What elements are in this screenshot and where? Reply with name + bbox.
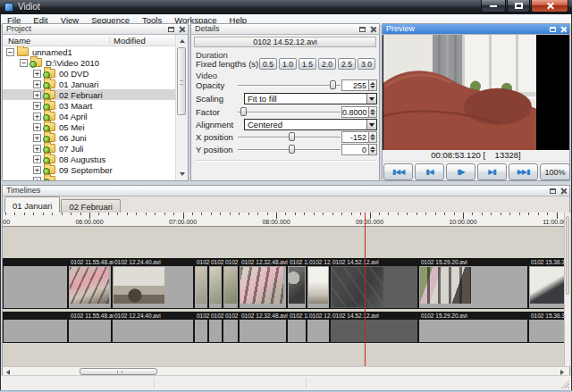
maximize-button[interactable] [507,0,530,13]
scrollbar-thumb[interactable] [80,368,157,375]
zoom-level-button[interactable]: 100% [540,163,570,180]
expand-icon[interactable]: + [33,145,41,153]
x-position-value[interactable]: -152 [341,131,369,143]
slider-thumb[interactable] [240,107,247,116]
video-clip-0102-12-40[interactable] [307,266,329,308]
audio-clip-empty[interactable] [4,320,67,342]
video-clip-0102-15-36-34-avi[interactable] [529,266,564,308]
opacity-spinner[interactable] [369,79,377,91]
play-button[interactable]: ▮▶ [446,163,475,180]
tree-item-d-video-2010[interactable]: −D:\Video 2010 [3,57,176,68]
timeline-ruler[interactable]: 05:00.00006:00.00007:00.00008:00.00009:0… [3,213,564,227]
column-modified[interactable]: Modified [114,36,146,46]
fixed-length-3-0-button[interactable]: 3.0 [358,58,375,70]
scroll-down-icon[interactable] [180,172,185,176]
close-button[interactable] [531,0,568,13]
tree-item-06-juni[interactable]: +06 Juni [3,132,176,143]
close-panel-icon[interactable] [560,188,567,195]
expand-icon[interactable]: + [33,134,41,142]
go-to-end-button[interactable]: ▶▶▮ [509,163,538,180]
expand-icon[interactable]: + [33,91,41,99]
tree-item-02-februari[interactable]: +02 Februari [3,89,176,100]
fixed-length-2-0-button[interactable]: 2.0 [318,58,336,70]
video-clip-0102[interactable] [195,266,207,308]
slider-thumb[interactable] [330,80,336,89]
timeline-tab-02-februari[interactable]: 02 Februari [61,199,121,213]
audio-clip-0102-14-52-12-avi[interactable] [331,320,417,342]
scroll-up-icon[interactable] [180,39,185,43]
factor-value[interactable]: 0.8000 [341,106,369,118]
next-frame-button[interactable]: ▶▮ [477,163,507,180]
fixed-length-1-5-button[interactable]: 1.5 [299,58,316,70]
tree-item-unnamed1[interactable]: −unnamed1 [3,46,176,57]
tree-item-01-januari[interactable]: +01 Januari [3,79,176,89]
fixed-length-0-5-button[interactable]: 0.5 [259,58,277,70]
tree-item-08-augustus[interactable]: +08 Augustus [3,154,176,164]
video-clip-0102-15-29-20-avi[interactable] [419,266,527,308]
timelines-panel-header[interactable]: Timelines [3,186,569,196]
tree-column-header[interactable]: Name Modified [3,35,176,46]
scaling-dropdown[interactable]: Fit to fill [244,93,377,104]
fixed-length-2-5-button[interactable]: 2.5 [338,58,356,70]
float-panel-icon[interactable] [359,27,366,32]
opacity-slider[interactable] [238,79,341,91]
close-panel-icon[interactable] [179,26,185,33]
tree-item-07-juli[interactable]: +07 Juli [3,143,176,154]
video-clip-0102-12-24-40-avi[interactable] [113,266,193,308]
tree-item-09-september[interactable]: +09 September [3,164,176,175]
close-panel-icon[interactable] [370,26,376,33]
audio-clip-0102-12-24-40-avi[interactable] [113,320,193,342]
scrollbar-thumb[interactable] [566,216,569,295]
float-panel-icon[interactable] [550,27,556,32]
audio-clip-0102[interactable] [223,320,238,342]
audio-clip-0102[interactable] [209,320,222,342]
column-name[interactable]: Name [8,36,30,46]
video-clip-0102[interactable] [209,266,222,308]
expand-icon[interactable]: + [33,166,41,174]
close-panel-icon[interactable] [560,26,567,33]
audio-track[interactable]: 0102 11.55.48.avi0102 12.24.40.avi010201… [3,312,564,343]
float-panel-icon[interactable] [168,27,174,32]
audio-clip-0102-12[interactable] [288,320,306,342]
minimize-button[interactable] [481,0,506,13]
timeline-vertical-scrollbar[interactable] [564,213,570,366]
tree-item-05-mei[interactable]: +05 Mei [3,121,176,132]
previous-frame-button[interactable]: ▮◀ [415,163,444,180]
video-clip-empty[interactable] [4,266,67,308]
project-scrollbar[interactable] [175,35,188,180]
resize-grip[interactable] [559,379,569,388]
video-clip-0102-12[interactable] [288,266,306,308]
expand-icon[interactable]: + [33,80,41,88]
audio-clip-0102-15-36-34-avi[interactable] [529,320,564,342]
video-clip-0102-11-55-48-avi[interactable] [69,266,111,308]
timeline-tab-01-januari[interactable]: 01 Januari [4,196,60,213]
playhead-cursor[interactable] [365,213,366,366]
expand-icon[interactable]: + [33,123,41,131]
alignment-dropdown[interactable]: Centered [244,119,377,130]
tree-item-00-dvd[interactable]: +00 DVD [3,68,176,79]
audio-clip-0102-12-32-48-avi[interactable] [240,320,286,342]
project-panel-header[interactable]: Project [3,24,188,35]
preview-panel-header[interactable]: Preview [383,24,569,35]
expand-icon[interactable]: + [33,102,41,110]
video-clip-0102-14-52-12-avi[interactable] [331,266,417,308]
timeline-tracks[interactable]: 0102 11.55.48.avi0102 12.24.40.avi010201… [3,227,564,366]
audio-clip-0102-12-40[interactable] [307,320,329,342]
x-position-slider[interactable] [238,131,341,143]
slider-thumb[interactable] [289,132,295,141]
factor-slider[interactable] [238,106,341,118]
audio-clip-0102-15-29-20-avi[interactable] [419,320,527,342]
opacity-value[interactable]: 255 [341,79,369,91]
tree-item-04-april[interactable]: +04 April [3,111,176,121]
collapse-icon[interactable]: − [20,59,28,67]
collapse-icon[interactable]: − [6,48,14,56]
tree-item-03-maart[interactable]: +03 Maart [3,100,176,111]
expand-icon[interactable]: + [33,70,41,78]
audio-clip-0102-11-55-48-avi[interactable] [69,320,111,342]
float-panel-icon[interactable] [550,188,556,194]
expand-icon[interactable]: + [33,155,41,163]
title-bar[interactable]: Vidiot [0,0,572,14]
go-to-start-button[interactable]: ▮◀◀ [383,163,413,180]
fixed-length-1-0-button[interactable]: 1.0 [279,58,297,70]
preview-video-area[interactable] [383,35,569,150]
